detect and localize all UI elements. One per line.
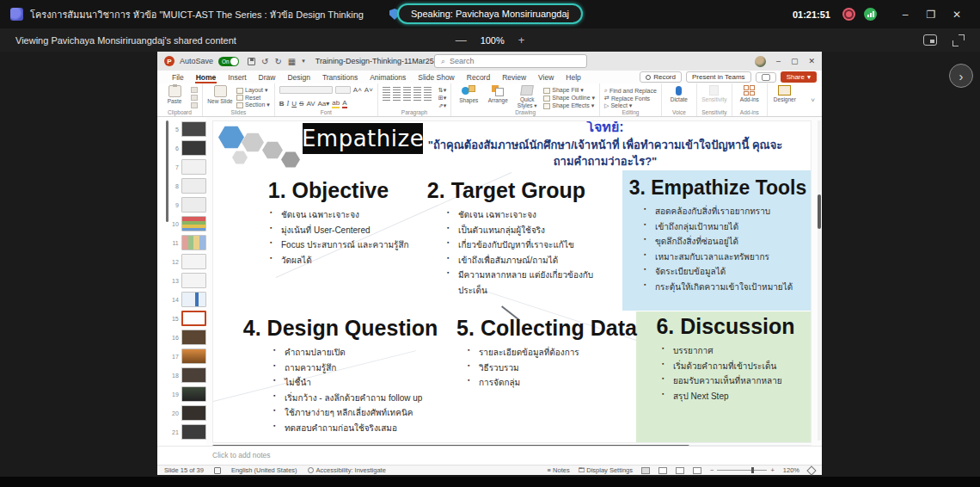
highlight-icon[interactable]: ab xyxy=(332,99,340,108)
speaking-indicator[interactable]: Speaking: Pavichaya Monsiriruangdaj xyxy=(397,3,583,24)
reset-button[interactable]: Reset xyxy=(236,95,270,101)
minimize-button[interactable]: – xyxy=(892,3,918,26)
ribbon-tab[interactable]: Slide Show xyxy=(412,71,461,83)
shape-outline-button[interactable]: Shape Outline ▾ xyxy=(543,95,595,102)
shapes-button[interactable]: Shapes xyxy=(456,85,481,103)
ribbon-tab[interactable]: Draw xyxy=(253,71,282,83)
ribbon-tab[interactable]: Transitions xyxy=(316,71,364,83)
record-button[interactable]: Record xyxy=(640,71,682,83)
slide-thumbnail[interactable]: 16 xyxy=(171,328,206,347)
slideshow-view-button[interactable] xyxy=(693,467,701,474)
bullets-icon[interactable] xyxy=(383,87,390,93)
smartart-icon[interactable]: ⇗▾ xyxy=(438,102,446,109)
ribbon-tab[interactable]: View xyxy=(532,71,560,83)
slide-thumbnail[interactable]: 14 xyxy=(171,290,206,309)
bold-button[interactable]: B xyxy=(279,100,285,108)
indent-increase-icon[interactable] xyxy=(413,87,421,93)
ribbon-tab[interactable]: File xyxy=(166,71,190,83)
slide-thumbnail[interactable]: 18 xyxy=(171,366,206,385)
ribbon-tab[interactable]: Help xyxy=(560,71,586,83)
addins-button[interactable]: Add-ins xyxy=(737,85,763,102)
font-color-icon[interactable]: A xyxy=(342,99,346,108)
slide-thumbnail[interactable]: 11 xyxy=(171,233,206,252)
zoom-slider[interactable]: − + xyxy=(710,466,775,474)
ribbon-tab[interactable]: Review xyxy=(496,71,532,83)
slide-thumbnail[interactable]: 9 xyxy=(171,195,206,214)
accessibility-status[interactable]: Accessibility: Investigate xyxy=(308,466,386,474)
font-name-select[interactable] xyxy=(279,86,333,94)
close-button[interactable]: ✕ xyxy=(944,3,970,26)
align-right-icon[interactable] xyxy=(403,95,411,101)
present-in-teams-button[interactable]: Present in Teams xyxy=(686,71,751,83)
fit-to-frame-icon[interactable] xyxy=(952,34,965,46)
slide-thumbnail[interactable]: 19 xyxy=(171,385,206,404)
grow-font-icon[interactable]: A˄ xyxy=(353,86,362,94)
notes-toggle[interactable]: ≡ Notes xyxy=(548,466,570,474)
font-size-select[interactable] xyxy=(335,86,351,94)
slide-thumbnail[interactable]: 13 xyxy=(171,271,206,290)
zoom-in-button[interactable]: + xyxy=(518,34,525,46)
change-case-icon[interactable]: Aa▾ xyxy=(317,100,329,108)
ppt-zoom-level[interactable]: 120% xyxy=(783,466,799,474)
zoom-in-icon[interactable]: + xyxy=(770,466,774,474)
zoom-out-button[interactable]: — xyxy=(456,34,467,46)
autosave-toggle[interactable]: On xyxy=(218,57,239,66)
slide-thumbnail[interactable]: 10 xyxy=(171,214,206,233)
italic-button[interactable]: I xyxy=(287,100,290,108)
slide-thumbnail[interactable]: 5 xyxy=(171,120,206,139)
new-slide-button[interactable]: New Slide xyxy=(207,85,233,104)
quick-styles-button[interactable]: Quick Styles ▾ xyxy=(514,85,540,109)
columns-icon[interactable] xyxy=(424,95,432,101)
format-painter-icon[interactable] xyxy=(191,102,198,108)
redo-icon[interactable]: ↻ xyxy=(274,57,281,66)
designer-button[interactable]: Designer xyxy=(772,85,798,102)
search-input[interactable]: ⌕ Search xyxy=(434,54,587,68)
copy-icon[interactable] xyxy=(191,95,198,101)
align-left-icon[interactable] xyxy=(383,95,390,101)
reading-view-button[interactable] xyxy=(676,467,684,474)
shape-effects-button[interactable]: Shape Effects ▾ xyxy=(543,102,595,109)
ribbon-tab[interactable]: Record xyxy=(461,71,496,83)
numbering-icon[interactable] xyxy=(393,87,401,93)
align-text-icon[interactable]: ⊞▾ xyxy=(438,95,446,102)
text-direction-icon[interactable]: ⇅▾ xyxy=(438,87,446,94)
start-slideshow-icon[interactable]: ▦ xyxy=(288,57,296,66)
slide-sorter-view-button[interactable] xyxy=(658,467,667,474)
section-button[interactable]: Section ▾ xyxy=(236,102,270,108)
find-replace-button[interactable]: ⌕Find and Replace xyxy=(604,87,657,94)
strikethrough-button[interactable]: S xyxy=(299,100,303,108)
slide-thumbnail[interactable]: 20 xyxy=(171,404,206,422)
spellcheck-icon[interactable] xyxy=(214,467,221,474)
comments-button[interactable] xyxy=(756,72,776,83)
ribbon-tab[interactable]: Insert xyxy=(222,71,252,83)
sensitivity-button[interactable]: Sensitivity xyxy=(701,85,727,102)
avatar[interactable] xyxy=(755,56,766,67)
select-button[interactable]: ▷Select ▾ xyxy=(604,102,657,109)
indent-decrease-icon[interactable] xyxy=(403,87,411,93)
ribbon-tab[interactable]: Animations xyxy=(364,71,412,83)
horizontal-scrollbar[interactable] xyxy=(212,445,812,446)
slide-thumbnail[interactable]: 6 xyxy=(171,139,206,157)
dictate-button[interactable]: Dictate xyxy=(666,85,692,102)
ribbon-tab[interactable]: Home xyxy=(190,71,223,83)
save-icon[interactable] xyxy=(248,58,255,65)
underline-button[interactable]: U xyxy=(291,100,297,108)
arrange-button[interactable]: Arrange xyxy=(485,85,511,103)
vertical-scrollbar[interactable] xyxy=(818,120,821,441)
notes-area[interactable]: Click to add notes xyxy=(157,446,822,465)
ppt-close-button[interactable]: ✕ xyxy=(808,57,815,65)
justify-icon[interactable] xyxy=(413,95,421,101)
align-center-icon[interactable] xyxy=(393,95,401,101)
slide-thumbnail[interactable]: 21 xyxy=(171,422,206,441)
popout-icon[interactable] xyxy=(923,34,937,46)
collapse-ribbon-icon[interactable]: ˅ xyxy=(804,96,822,104)
layout-button[interactable]: Layout ▾ xyxy=(236,87,270,94)
slide-thumbnail[interactable]: 7 xyxy=(171,157,206,176)
shape-fill-button[interactable]: Shape Fill ▾ xyxy=(543,87,595,94)
replace-fonts-button[interactable]: ⇄Replace Fonts xyxy=(604,95,657,102)
slide-thumbnail[interactable]: 12 xyxy=(171,252,206,271)
slide-thumbnail[interactable]: 15 xyxy=(171,309,206,328)
display-settings-button[interactable]: 🗔 Display Settings xyxy=(579,466,633,474)
ppt-minimize-button[interactable]: – xyxy=(776,57,781,65)
char-spacing-icon[interactable]: AV xyxy=(306,100,315,108)
